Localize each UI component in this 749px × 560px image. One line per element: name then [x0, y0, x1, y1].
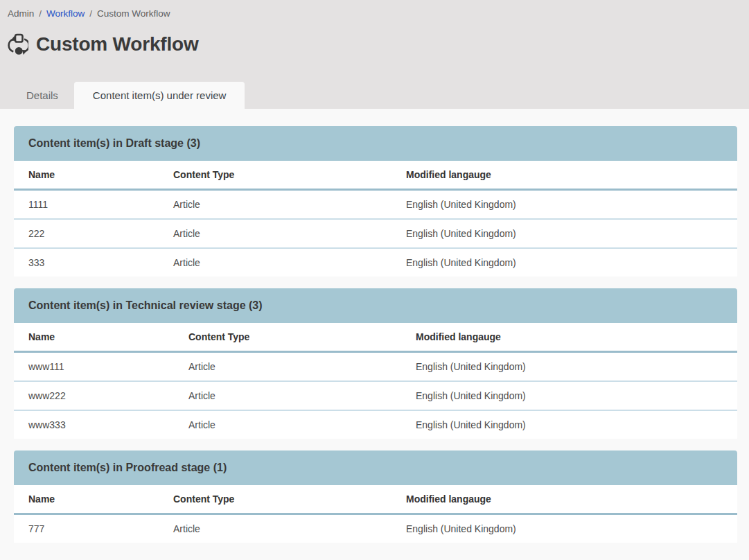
table-row: 333 Article English (United Kingdom)	[14, 248, 737, 277]
stage-section: Content item(s) in Technical review stag…	[14, 288, 737, 439]
cell-modified-language: English (United Kingdom)	[401, 381, 737, 410]
cell-content-type: Article	[174, 352, 401, 382]
table-row: www111 Article English (United Kingdom)	[14, 352, 737, 382]
cell-name: www333	[14, 410, 174, 439]
tab-content-items-under-review[interactable]: Content item(s) under review	[74, 82, 245, 109]
cell-content-type: Article	[174, 381, 401, 410]
cell-modified-language: English (United Kingdom)	[401, 410, 737, 439]
column-header-content-type: Content Type	[174, 323, 401, 352]
cell-content-type: Article	[159, 514, 391, 543]
cell-name: 1111	[14, 190, 159, 220]
column-header-modified-language: Modified langauge	[391, 161, 737, 190]
tab-bar: Details Content item(s) under review	[10, 82, 245, 109]
table-header-row: Name Content Type Modified langauge	[14, 161, 737, 190]
content-items-table: Name Content Type Modified langauge 777 …	[14, 485, 737, 543]
title-row: Custom Workflow	[7, 32, 749, 57]
table-row: 222 Article English (United Kingdom)	[14, 219, 737, 248]
workflow-icon	[7, 32, 29, 57]
breadcrumb-separator: /	[89, 8, 92, 19]
column-header-content-type: Content Type	[159, 485, 391, 514]
column-header-name: Name	[14, 161, 159, 190]
stage-section: Content item(s) in Proofread stage (1) N…	[14, 450, 737, 543]
column-header-name: Name	[14, 323, 174, 352]
breadcrumb-item-admin: Admin	[8, 8, 34, 19]
stage-section-title: Content item(s) in Technical review stag…	[14, 288, 737, 323]
column-header-modified-language: Modified langauge	[401, 323, 737, 352]
table-row: www222 Article English (United Kingdom)	[14, 381, 737, 410]
column-header-name: Name	[14, 485, 159, 514]
page-header: Admin/Workflow/Custom Workflow Custom Wo…	[0, 0, 749, 109]
cell-name: 777	[14, 514, 159, 543]
column-header-modified-language: Modified langauge	[391, 485, 737, 514]
table-header-row: Name Content Type Modified langauge	[14, 485, 737, 514]
page-title: Custom Workflow	[36, 33, 198, 55]
cell-content-type: Article	[159, 248, 391, 277]
tab-details[interactable]: Details	[10, 82, 74, 109]
cell-name: 222	[14, 219, 159, 248]
cell-content-type: Article	[174, 410, 401, 439]
stage-section: Content item(s) in Draft stage (3) Name …	[14, 126, 737, 277]
breadcrumb-separator: /	[39, 8, 42, 19]
cell-name: www222	[14, 381, 174, 410]
breadcrumb-item-workflow[interactable]: Workflow	[46, 8, 85, 19]
cell-modified-language: English (United Kingdom)	[391, 514, 737, 543]
content-area: Content item(s) in Draft stage (3) Name …	[0, 109, 749, 560]
table-row: 1111 Article English (United Kingdom)	[14, 190, 737, 220]
breadcrumb-item-current: Custom Workflow	[97, 8, 170, 19]
cell-modified-language: English (United Kingdom)	[391, 219, 737, 248]
breadcrumb: Admin/Workflow/Custom Workflow	[0, 0, 749, 19]
cell-modified-language: English (United Kingdom)	[391, 190, 737, 220]
content-items-table: Name Content Type Modified langauge 1111…	[14, 161, 737, 277]
table-header-row: Name Content Type Modified langauge	[14, 323, 737, 352]
table-row: 777 Article English (United Kingdom)	[14, 514, 737, 543]
cell-modified-language: English (United Kingdom)	[391, 248, 737, 277]
cell-content-type: Article	[159, 219, 391, 248]
stage-section-title: Content item(s) in Proofread stage (1)	[14, 450, 737, 485]
cell-modified-language: English (United Kingdom)	[401, 352, 737, 382]
cell-name: www111	[14, 352, 174, 382]
cell-content-type: Article	[159, 190, 391, 220]
cell-name: 333	[14, 248, 159, 277]
column-header-content-type: Content Type	[159, 161, 391, 190]
table-row: www333 Article English (United Kingdom)	[14, 410, 737, 439]
stage-section-title: Content item(s) in Draft stage (3)	[14, 126, 737, 161]
content-items-table: Name Content Type Modified langauge www1…	[14, 323, 737, 439]
